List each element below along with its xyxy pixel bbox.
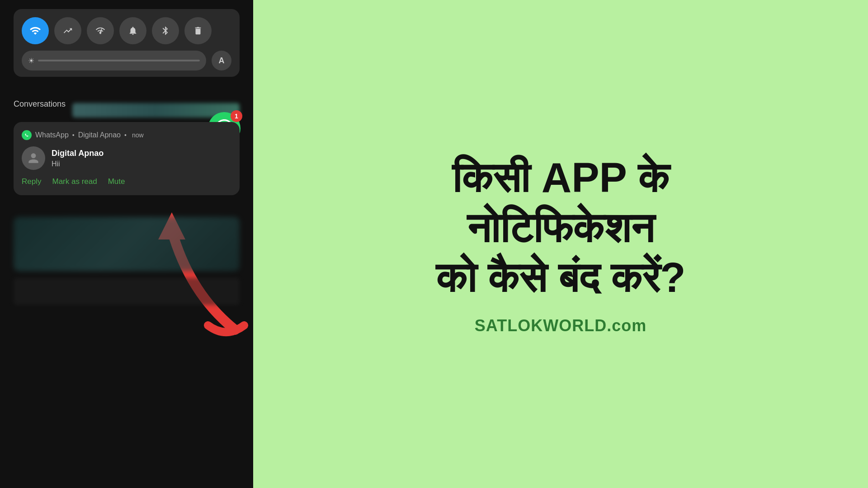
notif-dot2: •: [124, 131, 127, 139]
qs-icons-row: [22, 17, 231, 44]
blurred-content-2: [14, 278, 240, 305]
notification-card[interactable]: WhatsApp • Digital Apnao • now Digital A…: [14, 122, 240, 195]
data-toggle[interactable]: [54, 17, 81, 44]
notif-app-name: WhatsApp: [35, 131, 69, 139]
wifi-toggle[interactable]: [22, 17, 49, 44]
hotspot-toggle[interactable]: [87, 17, 114, 44]
bell-toggle[interactable]: [119, 17, 146, 44]
blurred-content-1: [14, 217, 240, 271]
trash-toggle[interactable]: [184, 17, 212, 44]
notification-body: Digital Apnao Hii: [22, 146, 231, 170]
notif-dot: •: [72, 131, 75, 139]
qs-bottom-row: ☀ A: [22, 51, 231, 70]
notif-chat-name: Digital Apnao: [78, 131, 121, 139]
bluetooth-toggle[interactable]: [152, 17, 179, 44]
right-panel: किसी APP के नोटिफिकेशन को कैसे बंद करें?…: [253, 0, 868, 488]
hindi-line1: किसी APP के: [436, 153, 686, 202]
brand-text: SATLOKWORLD.com: [475, 316, 646, 335]
hindi-line2: नोटिफिकेशन: [436, 203, 686, 253]
sender-avatar: [22, 146, 45, 170]
hindi-line3: को कैसे बंद करें?: [436, 253, 686, 302]
whatsapp-small-icon: [22, 130, 32, 140]
notification-badge: 1: [231, 110, 242, 122]
mark-as-read-button[interactable]: Mark as read: [52, 177, 97, 186]
quick-settings-panel: ☀ A: [14, 9, 240, 77]
notif-sender: Digital Apnao: [52, 149, 231, 158]
left-panel: ☀ A Conversations 1 WhatsApp • Digital: [0, 0, 253, 488]
mute-button[interactable]: Mute: [108, 177, 125, 186]
notif-time: now: [132, 131, 144, 139]
brightness-track: [38, 60, 200, 61]
notif-text-block: Digital Apnao Hii: [52, 149, 231, 168]
a-button[interactable]: A: [212, 51, 231, 70]
hindi-title: किसी APP के नोटिफिकेशन को कैसे बंद करें?: [436, 153, 686, 302]
notification-header: WhatsApp • Digital Apnao • now: [22, 130, 231, 140]
brightness-icon: ☀: [28, 56, 34, 65]
notification-actions: Reply Mark as read Mute: [22, 177, 231, 186]
reply-button[interactable]: Reply: [22, 177, 41, 186]
notif-message: Hii: [52, 160, 231, 168]
brightness-slider[interactable]: ☀: [22, 51, 206, 70]
conversations-label: Conversations: [14, 99, 66, 109]
